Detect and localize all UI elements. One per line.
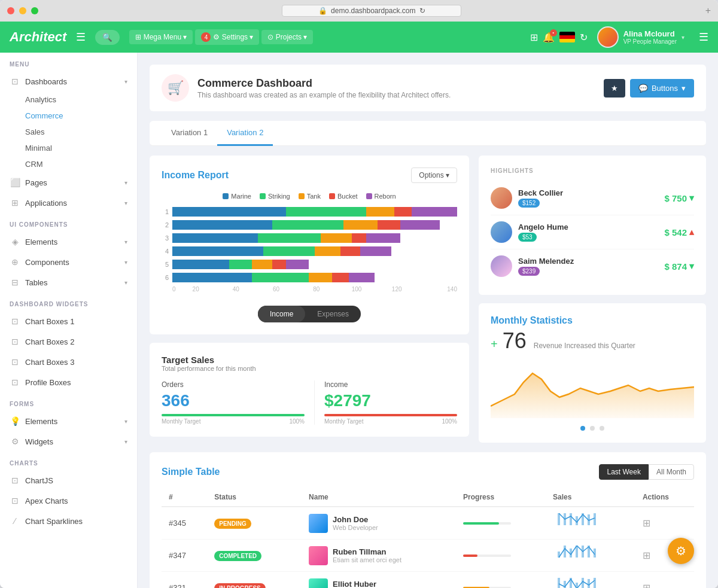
user-profile[interactable]: Alina Mclourd VP People Manager ▾ [597,26,684,48]
dot-green[interactable] [31,7,38,14]
income-report-card: Income Report Options ▾ Marine Striking … [150,156,469,334]
col-num: # [162,488,207,507]
pages-chevron-icon: ▾ [124,179,127,186]
sidebar-item-profile-boxes[interactable]: ⊡ Profile Boxes [0,372,137,392]
buttons-chevron-icon: ▾ [682,84,686,93]
cell-actions[interactable]: ⊞ [635,507,694,540]
page-subtitle: This dashboard was created as an example… [197,91,451,99]
table-filter: Last Week All Month [599,464,694,480]
star-button[interactable]: ★ [604,79,625,98]
elements-chevron-icon: ▾ [124,239,127,245]
sidebar-item-forms-elements[interactable]: 💡 Elements ▾ [0,411,137,431]
dot-red[interactable] [7,7,14,14]
highlight-avatar-1 [491,187,512,209]
hamburger-button[interactable]: ☰ [76,31,86,44]
tab-variation1[interactable]: Variation 1 [162,121,217,146]
sidebar-item-crm[interactable]: CRM [25,156,137,172]
carousel-dot-1[interactable] [580,426,585,431]
sidebar-item-chart-sparklines[interactable]: ∕ Chart Sparklines [0,511,137,531]
sidebar-item-minimal[interactable]: Minimal [25,140,137,156]
elements-icon: ◈ [10,236,20,247]
svg-rect-1 [564,513,566,525]
search-button[interactable]: 🔍 [95,30,120,45]
sidebar-item-forms-widgets[interactable]: ⚙ Widgets ▾ [0,431,137,452]
toggle-income[interactable]: Income [258,306,305,322]
cell-status: PENDING [207,507,302,540]
settings-fab[interactable]: ⚙ [668,538,694,564]
charts-label: CHARTS [0,452,137,470]
buttons-dropdown[interactable]: 💬 Buttons ▾ [630,79,694,98]
tabs-bar: Variation 1 Variation 2 [150,121,706,146]
carousel-dot-3[interactable] [600,426,604,431]
carousel-dot-2[interactable] [590,426,595,431]
chartjs-label: ChartJS [25,476,127,485]
sidebar-item-elements[interactable]: ◈ Elements ▾ [0,231,137,252]
components-label: Components [25,258,120,267]
dot-yellow[interactable] [19,7,26,14]
cell-name: Elliot Huber Lorem ipsum dolor sic [302,572,456,589]
titlebar: 🔒 demo.dashboardpack.com ↻ + [0,0,718,22]
income-report-title: Income Report [162,170,229,181]
target-sales-card: Target Sales Total performance for this … [150,343,469,437]
buttons-label: Buttons [652,84,678,93]
projects-menu-button[interactable]: ⊙ Projects ▾ [261,30,313,44]
sidebar-item-components[interactable]: ⊕ Components ▾ [0,252,137,272]
page-title: Commerce Dashboard [197,77,451,90]
hamburger-right-button[interactable]: ☰ [699,31,708,44]
sidebar-item-chart-boxes-1[interactable]: ⊡ Chart Boxes 1 [0,311,137,331]
sidebar-item-applications[interactable]: ⊞ Applications ▾ [0,193,137,213]
forms-elements-chevron-icon: ▾ [124,418,127,425]
filter-all-month[interactable]: All Month [649,464,694,480]
income-value: $2797 [324,391,457,410]
svg-rect-16 [570,578,572,588]
user-chevron-icon: ▾ [682,34,684,41]
sidebar-item-analytics[interactable]: Analytics [25,92,137,108]
cell-status: COMPLETED [207,540,302,572]
logo: Architect [10,29,66,45]
cell-progress [456,540,546,572]
add-tab-icon[interactable]: + [705,5,711,16]
sidebar-item-dashboards[interactable]: ⊡ Dashboards ▾ [0,71,137,92]
sidebar-item-tables[interactable]: ⊟ Tables ▾ [0,272,137,293]
sidebar-item-pages[interactable]: ⬜ Pages ▾ [0,172,137,193]
options-button[interactable]: Options ▾ [411,167,457,183]
components-icon: ⊕ [10,257,20,267]
mega-menu-button[interactable]: ⊞ Mega Menu ▾ [129,30,193,44]
svg-rect-5 [588,514,590,525]
cell-progress [456,507,546,540]
settings-menu-button[interactable]: 4 ⚙ Settings ▾ [195,29,259,45]
chart-boxes-2-label: Chart Boxes 2 [25,337,127,346]
highlight-amount-1: $ 750 [664,193,687,203]
apex-charts-label: Apex Charts [25,496,127,505]
tables-label: Tables [25,278,120,287]
bell-icon-button[interactable]: 🔔• [543,32,555,43]
row-role: Etiam sit amet orci eget [333,556,401,563]
sidebar-item-chartjs[interactable]: ⊡ ChartJS [0,470,137,490]
highlight-badge-1: $152 [518,199,540,208]
toggle-expenses[interactable]: Expenses [305,306,361,322]
cell-sales [546,507,635,540]
row-avatar [309,578,328,589]
svg-rect-10 [576,546,578,557]
refresh-icon-button[interactable]: ↻ [580,32,588,43]
grid-icon-button[interactable]: ⊞ [530,32,538,43]
tab-variation2[interactable]: Variation 2 [217,121,273,146]
sidebar-item-commerce[interactable]: Commerce [25,108,137,124]
url-bar[interactable]: 🔒 demo.dashboardpack.com ↻ [282,5,461,17]
row-name: Elliot Huber [333,580,397,588]
row-role: Web Developer [333,524,378,531]
forms-label: FORMS [0,392,137,411]
cell-sales [546,572,635,589]
sidebar-item-sales[interactable]: Sales [25,124,137,140]
cell-actions[interactable]: ⊞ [635,572,694,589]
sidebar-item-chart-boxes-2[interactable]: ⊡ Chart Boxes 2 [0,331,137,352]
filter-last-week[interactable]: Last Week [599,464,648,480]
svg-rect-3 [576,516,578,525]
sidebar-item-chart-boxes-3[interactable]: ⊡ Chart Boxes 3 [0,352,137,372]
sidebar-item-apex-charts[interactable]: ⊡ Apex Charts [0,490,137,511]
svg-rect-0 [558,513,560,525]
forms-widgets-label: Widgets [25,437,120,446]
cell-name: Ruben Tillman Etiam sit amet orci eget [302,540,456,572]
highlights-label: HIGHLIGHTS [491,167,694,174]
income-target-pct: 100% [442,418,457,425]
